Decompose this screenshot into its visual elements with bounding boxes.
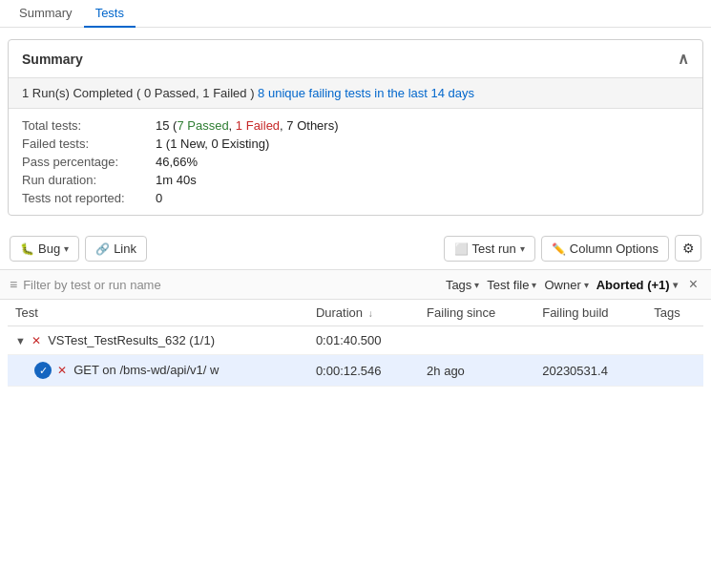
summary-header: Summary ∧ — [9, 40, 702, 78]
col-failing-build: Failing build — [534, 300, 646, 326]
tags-filter[interactable]: Tags ▾ — [446, 278, 479, 292]
run-banner: 1 Run(s) Completed ( 0 Passed, 1 Failed … — [9, 78, 702, 109]
tags-chevron: ▾ — [474, 280, 479, 290]
duration-cell: 0:01:40.500 — [308, 326, 419, 355]
stat-label-not-reported: Tests not reported: — [22, 191, 156, 205]
bug-label: Bug — [38, 242, 60, 256]
stat-label-failed: Failed tests: — [22, 136, 156, 151]
bug-button[interactable]: Bug ▾ — [10, 236, 79, 262]
stat-label-total: Total tests: — [22, 118, 156, 133]
stat-label-duration: Run duration: — [22, 173, 156, 187]
col-tags: Tags — [646, 300, 703, 326]
test-run-label: Test run — [472, 242, 516, 256]
test-name-cell: ▼ ✕ VSTest_TestResults_632 (1/1) — [8, 326, 308, 355]
settings-button[interactable] — [675, 235, 701, 262]
duration-cell: 0:00:12.546 — [308, 355, 419, 387]
expand-icon[interactable]: ▼ — [15, 335, 26, 346]
column-options-button[interactable]: Column Options — [541, 236, 669, 262]
failed-icon: ✕ — [57, 364, 67, 377]
filter-icon — [10, 277, 17, 292]
aborted-label: Aborted (+1) — [596, 278, 670, 292]
tags-cell — [646, 326, 703, 355]
tab-summary[interactable]: Summary — [8, 0, 84, 28]
failing-since-cell — [419, 326, 534, 355]
owner-label: Owner — [544, 278, 580, 292]
tab-bar: Summary Tests — [0, 0, 711, 28]
tags-cell — [646, 355, 703, 387]
summary-title: Summary — [22, 52, 83, 67]
stat-value-total: 15 (7 Passed, 1 Failed, 7 Others) — [156, 118, 689, 133]
col-options-icon — [552, 242, 566, 256]
test-file-label: Test file — [487, 278, 529, 292]
test-child-name: GET on /bms-wd/api/v1/ w — [73, 363, 219, 377]
filter-chips: Tags ▾ Test file ▾ Owner ▾ Aborted (+1) … — [446, 276, 701, 293]
filter-placeholder[interactable]: Filter by test or run name — [23, 278, 161, 292]
stat-value-not-reported: 0 — [156, 191, 689, 205]
stats-grid: Total tests: 15 (7 Passed, 1 Failed, 7 O… — [9, 109, 702, 215]
bug-chevron: ▾ — [64, 243, 69, 254]
test-file-filter[interactable]: Test file ▾ — [487, 278, 536, 292]
stat-label-pass-pct: Pass percentage: — [22, 155, 156, 169]
failed-count: 1 Failed — [236, 118, 280, 133]
failing-since-cell: 2h ago — [419, 355, 534, 387]
stat-value-pass-pct: 46,66% — [156, 155, 689, 169]
owner-filter[interactable]: Owner ▾ — [544, 278, 588, 292]
settings-icon — [682, 241, 695, 256]
unique-failing-link[interactable]: 8 unique failing tests in the last 14 da… — [258, 86, 474, 100]
toolbar-right: Test run ▾ Column Options — [444, 235, 701, 262]
col-failing-since: Failing since — [419, 300, 534, 326]
bug-icon — [20, 242, 34, 256]
test-table-container: Test Duration ↓ Failing since Failing bu… — [8, 300, 703, 387]
selected-check-icon: ✓ — [34, 362, 52, 379]
sort-icon: ↓ — [368, 308, 373, 319]
aborted-chevron: ▾ — [673, 280, 678, 290]
test-run-icon — [454, 242, 469, 256]
filter-bar: Filter by test or run name Tags ▾ Test f… — [0, 270, 711, 300]
owner-chevron: ▾ — [584, 280, 589, 290]
test-table: Test Duration ↓ Failing since Failing bu… — [8, 300, 703, 387]
clear-filters-button[interactable]: × — [685, 276, 701, 293]
test-run-chevron: ▾ — [520, 243, 525, 254]
filter-input-area: Filter by test or run name — [10, 277, 430, 292]
table-header-row: Test Duration ↓ Failing since Failing bu… — [8, 300, 703, 326]
link-button[interactable]: Link — [85, 236, 147, 262]
run-banner-text: 1 Run(s) Completed ( 0 Passed, 1 Failed … — [22, 86, 258, 100]
stat-value-failed: 1 (1 New, 0 Existing) — [156, 136, 689, 151]
failed-icon: ✕ — [31, 334, 41, 347]
column-options-label: Column Options — [570, 242, 659, 256]
passed-count: 7 Passed — [177, 118, 228, 133]
col-duration[interactable]: Duration ↓ — [308, 300, 419, 326]
test-file-chevron: ▾ — [532, 280, 536, 290]
toolbar: Bug ▾ Link Test run ▾ Column Options — [0, 227, 711, 270]
failing-build-cell: 20230531.4 — [534, 355, 646, 387]
col-test: Test — [8, 300, 308, 326]
summary-panel: Summary ∧ 1 Run(s) Completed ( 0 Passed,… — [8, 39, 703, 216]
collapse-icon[interactable]: ∧ — [678, 50, 689, 68]
stat-value-duration: 1m 40s — [156, 173, 689, 187]
test-name-cell: ✓ ✕ GET on /bms-wd/api/v1/ w — [8, 355, 308, 387]
failing-build-cell — [534, 326, 646, 355]
test-run-button[interactable]: Test run ▾ — [444, 236, 535, 262]
link-label: Link — [114, 242, 136, 256]
link-icon — [95, 242, 110, 256]
tab-tests[interactable]: Tests — [84, 0, 136, 28]
tags-label: Tags — [446, 278, 471, 292]
aborted-filter[interactable]: Aborted (+1) ▾ — [596, 278, 678, 292]
test-group-name: VSTest_TestResults_632 (1/1) — [48, 333, 215, 347]
table-row: ▼ ✕ VSTest_TestResults_632 (1/1) 0:01:40… — [8, 326, 703, 355]
table-row[interactable]: ✓ ✕ GET on /bms-wd/api/v1/ w 0:00:12.546… — [8, 355, 703, 387]
